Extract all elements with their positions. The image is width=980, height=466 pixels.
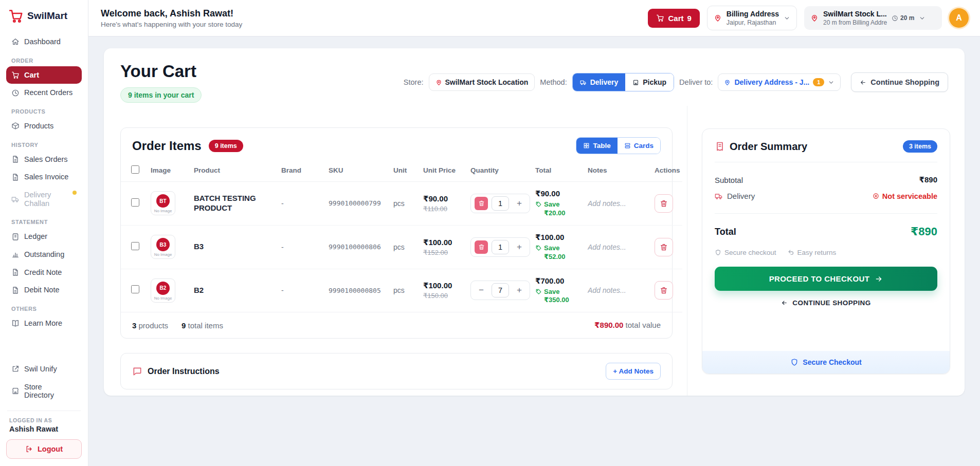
cart-logo-icon bbox=[8, 8, 24, 24]
decrease-qty-button[interactable]: − bbox=[475, 284, 488, 297]
sidebar-item-credit-note[interactable]: Credit Note bbox=[6, 264, 82, 282]
sidebar-item-label: Store Directory bbox=[24, 383, 63, 400]
stock-location-selector[interactable]: SwilMart Stock L... 20 m from Billing Ad… bbox=[804, 6, 942, 30]
grid-icon bbox=[583, 142, 590, 149]
sidebar-item-ledger[interactable]: Ledger bbox=[6, 228, 82, 246]
delete-row-button[interactable] bbox=[655, 238, 673, 256]
delete-row-button[interactable] bbox=[655, 281, 673, 300]
cards-icon bbox=[624, 142, 631, 149]
select-all-checkbox[interactable] bbox=[131, 165, 139, 174]
credit-note-icon bbox=[11, 268, 20, 276]
sidebar-item-cart[interactable]: Cart bbox=[6, 66, 82, 84]
minus-icon: − bbox=[479, 285, 484, 295]
sidebar-item-dashboard[interactable]: Dashboard bbox=[6, 33, 82, 51]
cart-page-card: Your Cart 9 items in your cart Store: Sw… bbox=[104, 48, 965, 396]
location-pin-icon bbox=[435, 79, 442, 86]
order-summary-title: Order Summary bbox=[730, 141, 807, 153]
continue-shopping-link[interactable]: CONTINUE SHOPPING bbox=[715, 299, 937, 307]
remove-item-button[interactable] bbox=[475, 197, 488, 210]
ledger-icon bbox=[11, 233, 20, 241]
arrow-right-icon bbox=[875, 275, 883, 283]
sidebar-item-sales-invoice[interactable]: Sales Invoice bbox=[6, 168, 82, 186]
return-icon bbox=[788, 249, 794, 256]
cart-icon bbox=[11, 71, 20, 79]
sidebar-item-label: Swil Unify bbox=[24, 365, 57, 374]
table-row: BT No Image BATCH TESTING PRODUCT - 9990… bbox=[121, 182, 682, 226]
chat-icon bbox=[132, 366, 142, 377]
sidebar-item-debit-note[interactable]: Debit Note bbox=[6, 281, 82, 299]
app-logo[interactable]: SwilMart bbox=[6, 7, 82, 33]
add-notes-button[interactable]: + Add Notes bbox=[606, 363, 661, 380]
savings-line: Save ₹20.00 bbox=[535, 200, 579, 218]
shield-icon bbox=[715, 249, 721, 256]
order-items-footer: 3 products 9 total items ₹890.00 total v… bbox=[121, 312, 672, 338]
table-row: B3 No Image B3 - 9990100000806 pcs ₹100.… bbox=[121, 225, 682, 269]
order-items-header: Order Items 9 items Table Cards bbox=[121, 128, 672, 159]
sidebar-item-label: Dashboard bbox=[24, 38, 61, 46]
row-total: ₹100.00 bbox=[535, 233, 579, 242]
billing-address-selector[interactable]: Billing Address Jaipur, Rajasthan bbox=[707, 6, 797, 30]
select-row-checkbox[interactable] bbox=[131, 285, 139, 293]
unit-price-old: ₹150.00 bbox=[423, 292, 462, 300]
logged-in-as-label: LOGGED IN AS bbox=[6, 417, 82, 423]
continue-shopping-button[interactable]: Continue Shopping bbox=[851, 72, 948, 92]
cart-button[interactable]: Cart 9 bbox=[648, 9, 699, 28]
sidebar-item-delivery-challan[interactable]: Delivery Challan bbox=[6, 186, 82, 212]
cart-header-row: Your Cart 9 items in your cart Store: Sw… bbox=[104, 48, 965, 106]
remove-item-button[interactable] bbox=[475, 240, 488, 254]
store-chip[interactable]: SwilMart Stock Location bbox=[429, 73, 535, 91]
row-notes-input[interactable] bbox=[588, 286, 646, 294]
logout-button[interactable]: Logout bbox=[6, 439, 82, 459]
products-count: 3 bbox=[132, 321, 136, 330]
increase-qty-button[interactable]: + bbox=[513, 240, 526, 254]
tag-icon bbox=[535, 201, 542, 208]
view-cards-button[interactable]: Cards bbox=[618, 138, 660, 154]
total-amount: ₹890 bbox=[911, 225, 937, 238]
order-items-title: Order Items bbox=[132, 139, 202, 153]
delete-row-button[interactable] bbox=[655, 194, 673, 213]
user-avatar[interactable]: A bbox=[949, 8, 969, 28]
increase-qty-button[interactable]: + bbox=[513, 284, 526, 297]
sidebar-item-recent-orders[interactable]: Recent Orders bbox=[6, 84, 82, 102]
select-row-checkbox[interactable] bbox=[131, 242, 139, 250]
truck-icon bbox=[715, 192, 723, 200]
unit-price-old: ₹110.00 bbox=[423, 205, 462, 213]
method-label: Method: bbox=[540, 78, 567, 86]
plus-icon: + bbox=[517, 242, 522, 252]
truck-icon bbox=[11, 195, 20, 203]
sidebar-item-swil-unify[interactable]: Swil Unify bbox=[6, 360, 82, 378]
order-items-count-badge: 9 items bbox=[209, 140, 243, 152]
product-name: B3 bbox=[194, 242, 273, 252]
subtotal-row: Subtotal ₹890 bbox=[715, 172, 937, 188]
method-pickup-button[interactable]: Pickup bbox=[625, 73, 674, 91]
debit-note-icon bbox=[11, 286, 20, 294]
clock-icon bbox=[892, 15, 898, 22]
sidebar-item-products[interactable]: Products bbox=[6, 117, 82, 135]
sidebar-item-label: Ledger bbox=[24, 232, 47, 241]
sidebar-item-learn-more[interactable]: Learn More bbox=[6, 314, 82, 332]
quantity-value: 1 bbox=[492, 240, 509, 254]
product-image-placeholder: B2 No Image bbox=[151, 278, 175, 303]
sku-cell: 9990100000805 bbox=[324, 269, 389, 312]
column-header: Image bbox=[147, 159, 190, 182]
secure-checkout-strip: Secure Checkout bbox=[702, 351, 950, 374]
row-notes-input[interactable] bbox=[588, 243, 646, 251]
select-row-checkbox[interactable] bbox=[131, 198, 139, 207]
circle-x-icon bbox=[873, 193, 879, 199]
sidebar-item-outstanding[interactable]: Outstanding bbox=[6, 246, 82, 264]
row-notes-input[interactable] bbox=[588, 199, 646, 208]
section-title-order: ORDER bbox=[6, 51, 82, 66]
view-table-button[interactable]: Table bbox=[576, 138, 617, 154]
increase-qty-button[interactable]: + bbox=[513, 197, 526, 210]
order-instructions-card: Order Instructions + Add Notes bbox=[120, 353, 673, 389]
method-delivery-button[interactable]: Delivery bbox=[573, 73, 625, 91]
tag-icon bbox=[535, 288, 542, 295]
proceed-to-checkout-button[interactable]: PROCEED TO CHECKOUT bbox=[715, 267, 937, 291]
arrow-left-icon bbox=[781, 300, 788, 306]
sidebar-item-store-directory[interactable]: Store Directory bbox=[6, 378, 82, 404]
secure-checkout-note: Secure checkout bbox=[715, 249, 776, 256]
sidebar-item-sales-orders[interactable]: Sales Orders bbox=[6, 151, 82, 169]
table-header-row: Image Product Brand SKU Unit Unit Price … bbox=[121, 159, 682, 182]
deliver-to-selector[interactable]: Delivery Address - J... 1 bbox=[718, 73, 841, 91]
product-image-placeholder: BT No Image bbox=[151, 191, 175, 215]
